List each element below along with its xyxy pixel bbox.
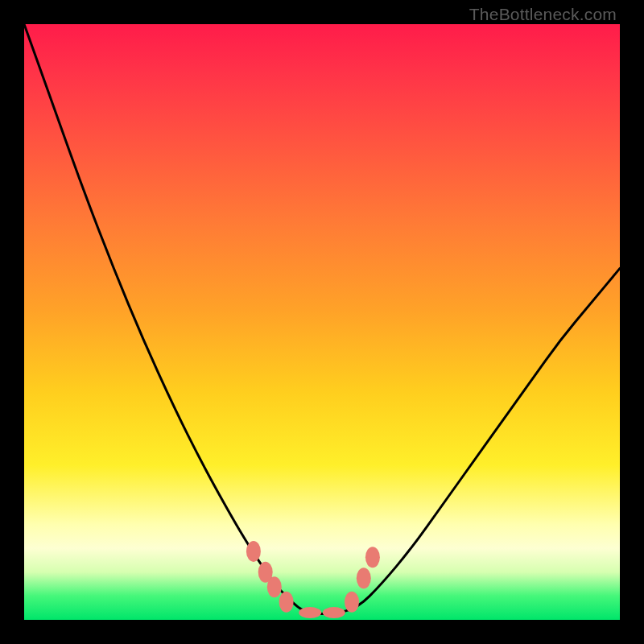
valley-knot — [246, 541, 261, 562]
valley-knot — [357, 568, 371, 588]
valley-knot — [279, 592, 294, 613]
valley-knot — [299, 607, 321, 618]
plot-area — [24, 24, 620, 620]
valley-knot — [267, 576, 282, 597]
watermark-text: TheBottleneck.com — [469, 5, 617, 24]
curve-layer — [24, 24, 620, 620]
valley-knot — [365, 547, 380, 568]
valley-knots — [246, 541, 380, 618]
valley-knot — [323, 607, 345, 618]
bottleneck-curve — [24, 24, 620, 614]
valley-knot — [345, 592, 359, 613]
chart-frame: TheBottleneck.com — [0, 0, 644, 644]
